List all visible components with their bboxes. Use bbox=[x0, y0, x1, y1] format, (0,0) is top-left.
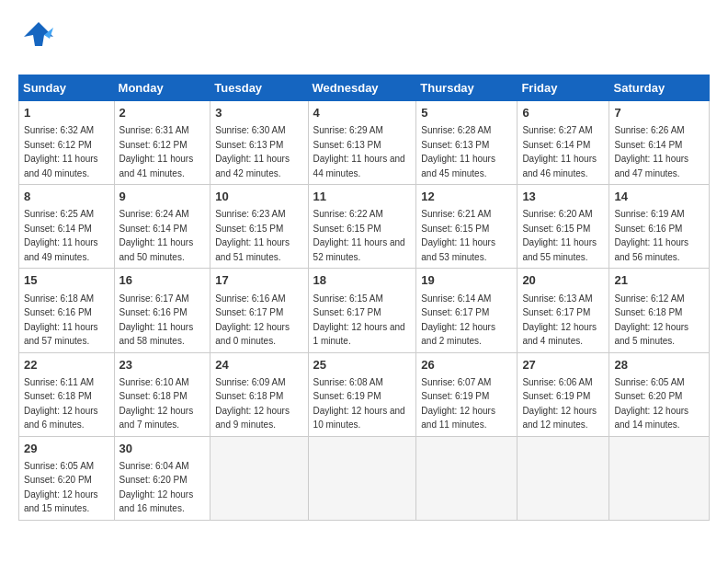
header-saturday: Saturday bbox=[609, 75, 710, 101]
table-row: 24Sunrise: 6:09 AMSunset: 6:18 PMDayligh… bbox=[210, 352, 308, 436]
day-number: 10 bbox=[215, 189, 302, 205]
day-number: 9 bbox=[119, 189, 206, 205]
table-row: 6Sunrise: 6:27 AMSunset: 6:14 PMDaylight… bbox=[518, 101, 609, 185]
logo bbox=[18, 18, 63, 65]
table-row: 16Sunrise: 6:17 AMSunset: 6:16 PMDayligh… bbox=[114, 269, 210, 352]
table-row: 1Sunrise: 6:32 AMSunset: 6:12 PMDaylight… bbox=[19, 101, 115, 185]
day-info: Sunrise: 6:18 AMSunset: 6:16 PMDaylight:… bbox=[24, 293, 98, 347]
day-info: Sunrise: 6:19 AMSunset: 6:16 PMDaylight:… bbox=[614, 209, 688, 262]
day-info: Sunrise: 6:10 AMSunset: 6:18 PMDaylight:… bbox=[119, 377, 194, 431]
day-number: 24 bbox=[215, 357, 302, 373]
calendar-row: 22Sunrise: 6:11 AMSunset: 6:18 PMDayligh… bbox=[19, 352, 710, 436]
day-info: Sunrise: 6:31 AMSunset: 6:12 PMDaylight:… bbox=[119, 125, 194, 178]
table-row: 28Sunrise: 6:05 AMSunset: 6:20 PMDayligh… bbox=[609, 352, 710, 436]
day-info: Sunrise: 6:25 AMSunset: 6:14 PMDaylight:… bbox=[24, 209, 98, 262]
calendar-row: 15Sunrise: 6:18 AMSunset: 6:16 PMDayligh… bbox=[19, 269, 710, 352]
table-row: 30Sunrise: 6:04 AMSunset: 6:20 PMDayligh… bbox=[114, 436, 210, 520]
table-row: 17Sunrise: 6:16 AMSunset: 6:17 PMDayligh… bbox=[210, 269, 308, 352]
table-row bbox=[518, 436, 609, 520]
day-info: Sunrise: 6:11 AMSunset: 6:18 PMDaylight:… bbox=[24, 377, 98, 431]
table-row: 29Sunrise: 6:05 AMSunset: 6:20 PMDayligh… bbox=[19, 436, 115, 520]
day-info: Sunrise: 6:21 AMSunset: 6:15 PMDaylight:… bbox=[421, 209, 495, 262]
table-row bbox=[210, 436, 308, 520]
table-row: 19Sunrise: 6:14 AMSunset: 6:17 PMDayligh… bbox=[416, 269, 518, 352]
table-row: 25Sunrise: 6:08 AMSunset: 6:19 PMDayligh… bbox=[308, 352, 416, 436]
day-number: 18 bbox=[313, 272, 412, 289]
header-tuesday: Tuesday bbox=[210, 75, 308, 101]
table-row: 10Sunrise: 6:23 AMSunset: 6:15 PMDayligh… bbox=[210, 185, 308, 269]
day-number: 2 bbox=[119, 105, 206, 121]
calendar-body: 1Sunrise: 6:32 AMSunset: 6:12 PMDaylight… bbox=[19, 101, 710, 521]
day-info: Sunrise: 6:17 AMSunset: 6:16 PMDaylight:… bbox=[119, 293, 194, 347]
table-row: 20Sunrise: 6:13 AMSunset: 6:17 PMDayligh… bbox=[518, 269, 609, 352]
day-number: 19 bbox=[421, 272, 512, 289]
day-info: Sunrise: 6:05 AMSunset: 6:20 PMDaylight:… bbox=[24, 461, 98, 514]
table-row: 8Sunrise: 6:25 AMSunset: 6:14 PMDaylight… bbox=[19, 185, 115, 269]
day-info: Sunrise: 6:13 AMSunset: 6:17 PMDaylight:… bbox=[522, 293, 597, 347]
day-number: 20 bbox=[522, 272, 604, 289]
page-header bbox=[18, 18, 710, 65]
day-number: 14 bbox=[614, 189, 704, 205]
day-number: 22 bbox=[24, 357, 109, 373]
table-row: 5Sunrise: 6:28 AMSunset: 6:13 PMDaylight… bbox=[416, 101, 518, 185]
day-number: 1 bbox=[24, 105, 109, 121]
day-number: 4 bbox=[313, 105, 412, 121]
day-number: 28 bbox=[614, 357, 704, 373]
day-number: 12 bbox=[421, 189, 512, 205]
day-info: Sunrise: 6:29 AMSunset: 6:13 PMDaylight:… bbox=[313, 125, 405, 178]
day-number: 11 bbox=[313, 189, 412, 205]
table-row: 18Sunrise: 6:15 AMSunset: 6:17 PMDayligh… bbox=[308, 269, 416, 352]
table-row: 26Sunrise: 6:07 AMSunset: 6:19 PMDayligh… bbox=[416, 352, 518, 436]
table-row: 23Sunrise: 6:10 AMSunset: 6:18 PMDayligh… bbox=[114, 352, 210, 436]
calendar-row: 29Sunrise: 6:05 AMSunset: 6:20 PMDayligh… bbox=[19, 436, 710, 520]
day-info: Sunrise: 6:26 AMSunset: 6:14 PMDaylight:… bbox=[614, 125, 688, 178]
day-info: Sunrise: 6:28 AMSunset: 6:13 PMDaylight:… bbox=[421, 125, 495, 178]
table-row bbox=[308, 436, 416, 520]
table-row: 4Sunrise: 6:29 AMSunset: 6:13 PMDaylight… bbox=[308, 101, 416, 185]
day-number: 6 bbox=[522, 105, 604, 121]
day-number: 30 bbox=[119, 441, 206, 457]
day-number: 29 bbox=[24, 441, 109, 457]
day-number: 21 bbox=[614, 272, 704, 289]
day-info: Sunrise: 6:14 AMSunset: 6:17 PMDaylight:… bbox=[421, 293, 495, 347]
table-row: 15Sunrise: 6:18 AMSunset: 6:16 PMDayligh… bbox=[19, 269, 115, 352]
day-number: 8 bbox=[24, 189, 109, 205]
table-row bbox=[416, 436, 518, 520]
day-info: Sunrise: 6:24 AMSunset: 6:14 PMDaylight:… bbox=[119, 209, 194, 262]
table-row: 27Sunrise: 6:06 AMSunset: 6:19 PMDayligh… bbox=[518, 352, 609, 436]
table-row: 14Sunrise: 6:19 AMSunset: 6:16 PMDayligh… bbox=[609, 185, 710, 269]
day-info: Sunrise: 6:06 AMSunset: 6:19 PMDaylight:… bbox=[522, 377, 597, 431]
table-row: 3Sunrise: 6:30 AMSunset: 6:13 PMDaylight… bbox=[210, 101, 308, 185]
table-row: 21Sunrise: 6:12 AMSunset: 6:18 PMDayligh… bbox=[609, 269, 710, 352]
day-number: 16 bbox=[119, 272, 206, 289]
day-info: Sunrise: 6:22 AMSunset: 6:15 PMDaylight:… bbox=[313, 209, 405, 262]
day-info: Sunrise: 6:09 AMSunset: 6:18 PMDaylight:… bbox=[215, 377, 290, 431]
table-row: 7Sunrise: 6:26 AMSunset: 6:14 PMDaylight… bbox=[609, 101, 710, 185]
header-thursday: Thursday bbox=[416, 75, 518, 101]
day-number: 15 bbox=[24, 272, 109, 289]
day-number: 27 bbox=[522, 357, 604, 373]
table-row: 22Sunrise: 6:11 AMSunset: 6:18 PMDayligh… bbox=[19, 352, 115, 436]
day-number: 23 bbox=[119, 357, 206, 373]
logo-icon bbox=[18, 18, 59, 65]
day-info: Sunrise: 6:05 AMSunset: 6:20 PMDaylight:… bbox=[614, 377, 688, 431]
table-row: 2Sunrise: 6:31 AMSunset: 6:12 PMDaylight… bbox=[114, 101, 210, 185]
day-info: Sunrise: 6:30 AMSunset: 6:13 PMDaylight:… bbox=[215, 125, 290, 178]
day-number: 7 bbox=[614, 105, 704, 121]
table-row: 9Sunrise: 6:24 AMSunset: 6:14 PMDaylight… bbox=[114, 185, 210, 269]
day-info: Sunrise: 6:04 AMSunset: 6:20 PMDaylight:… bbox=[119, 461, 194, 514]
day-number: 17 bbox=[215, 272, 302, 289]
table-row bbox=[609, 436, 710, 520]
calendar-row: 1Sunrise: 6:32 AMSunset: 6:12 PMDaylight… bbox=[19, 101, 710, 185]
day-info: Sunrise: 6:23 AMSunset: 6:15 PMDaylight:… bbox=[215, 209, 290, 262]
day-info: Sunrise: 6:12 AMSunset: 6:18 PMDaylight:… bbox=[614, 293, 688, 347]
day-info: Sunrise: 6:27 AMSunset: 6:14 PMDaylight:… bbox=[522, 125, 597, 178]
header-friday: Friday bbox=[518, 75, 609, 101]
calendar-row: 8Sunrise: 6:25 AMSunset: 6:14 PMDaylight… bbox=[19, 185, 710, 269]
header-monday: Monday bbox=[114, 75, 210, 101]
header-wednesday: Wednesday bbox=[308, 75, 416, 101]
weekday-header-row: Sunday Monday Tuesday Wednesday Thursday… bbox=[19, 75, 710, 101]
day-number: 13 bbox=[522, 189, 604, 205]
table-row: 11Sunrise: 6:22 AMSunset: 6:15 PMDayligh… bbox=[308, 185, 416, 269]
day-info: Sunrise: 6:08 AMSunset: 6:19 PMDaylight:… bbox=[313, 377, 405, 431]
